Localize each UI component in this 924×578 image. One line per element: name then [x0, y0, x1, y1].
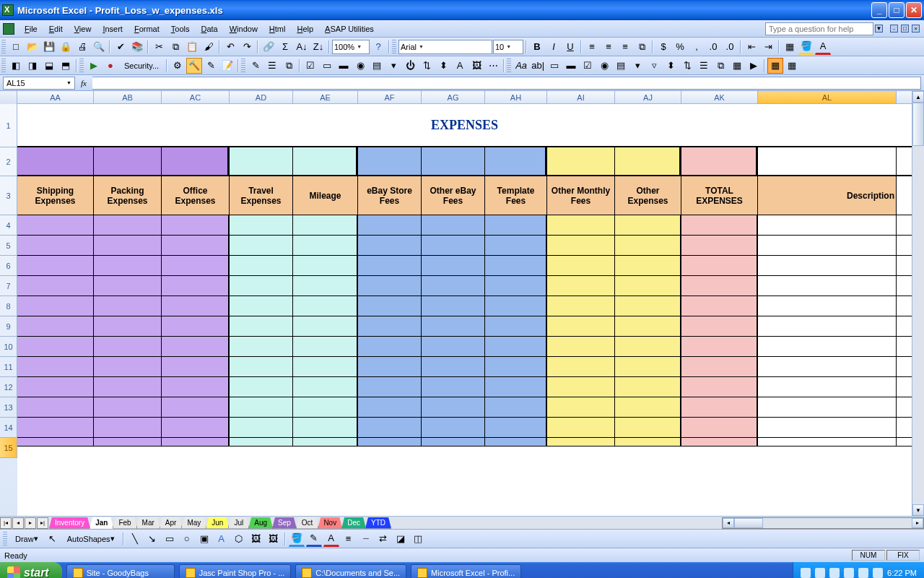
- scroll-right-icon[interactable]: ▸: [912, 518, 923, 528]
- cell[interactable]: [758, 397, 897, 417]
- name-box[interactable]: AL15▼: [3, 77, 75, 90]
- cell[interactable]: [94, 147, 162, 175]
- sheet-tab-nov[interactable]: Nov: [318, 517, 342, 529]
- option-button-icon[interactable]: ◉: [352, 58, 368, 74]
- line-color-icon[interactable]: ✎: [306, 531, 322, 547]
- cell[interactable]: [422, 147, 485, 175]
- alt3-icon[interactable]: ⬓: [41, 58, 57, 74]
- select-objects-icon[interactable]: ↖: [45, 531, 61, 547]
- cell[interactable]: [293, 337, 358, 356]
- form-check-icon[interactable]: ☑: [580, 58, 596, 74]
- menu-asap-utilities[interactable]: ASAP Utilities: [319, 22, 380, 35]
- cell[interactable]: [230, 418, 293, 437]
- picture-icon[interactable]: 🖼: [266, 531, 282, 547]
- tray-icon[interactable]: [858, 568, 868, 578]
- row-header[interactable]: 1: [0, 104, 17, 147]
- cell[interactable]: [230, 438, 293, 446]
- cell[interactable]: [422, 438, 485, 446]
- menu-format[interactable]: Format: [128, 22, 165, 35]
- control-toolbox-icon[interactable]: 🔨: [186, 58, 202, 74]
- cell[interactable]: [162, 276, 230, 296]
- cell[interactable]: [358, 276, 422, 296]
- highlight1-icon[interactable]: ▦: [767, 58, 783, 74]
- cell[interactable]: [17, 276, 94, 296]
- open-icon[interactable]: 📂: [25, 39, 40, 55]
- cell[interactable]: [422, 215, 485, 235]
- line-icon[interactable]: ╲: [127, 531, 143, 547]
- menu-file[interactable]: File: [19, 22, 43, 35]
- autosum-icon[interactable]: Σ: [277, 39, 293, 55]
- run-macro-icon[interactable]: ▶: [86, 58, 102, 74]
- sheet-tab-jan[interactable]: Jan: [90, 517, 113, 529]
- taskbar-button[interactable]: Site - GoodyBags: [66, 564, 175, 578]
- cell[interactable]: [485, 215, 547, 235]
- toolbar-grip[interactable]: [1, 40, 6, 54]
- tab-nav-next-icon[interactable]: ▸: [25, 517, 36, 529]
- row-header[interactable]: 12: [0, 377, 17, 397]
- sheet-tab-apr[interactable]: Apr: [160, 517, 183, 529]
- new-icon[interactable]: □: [8, 39, 24, 55]
- cell[interactable]: [547, 147, 615, 175]
- cell[interactable]: [162, 296, 230, 316]
- toolbar-grip[interactable]: [507, 59, 511, 73]
- record-macro-icon[interactable]: ●: [103, 58, 118, 74]
- tray-icon[interactable]: [815, 568, 825, 578]
- app-icon[interactable]: [3, 23, 14, 35]
- comma-icon[interactable]: ,: [689, 39, 705, 55]
- textbox-draw-icon[interactable]: ▣: [196, 531, 212, 547]
- font-size-dropdown[interactable]: 10▼: [493, 40, 523, 54]
- select-all-corner[interactable]: [0, 91, 17, 104]
- increase-indent-icon[interactable]: ⇥: [760, 39, 776, 55]
- decrease-decimal-icon[interactable]: .0: [722, 39, 738, 55]
- increase-decimal-icon[interactable]: .0: [705, 39, 721, 55]
- column-header-cell[interactable]: TOTAL EXPENSES: [681, 176, 758, 215]
- column-header-cell[interactable]: Template Fees: [485, 176, 547, 215]
- cell[interactable]: [681, 256, 758, 275]
- print-preview-icon[interactable]: 🔍: [91, 39, 107, 55]
- sheet-tab-dec[interactable]: Dec: [341, 517, 366, 529]
- alt2-icon[interactable]: ◨: [25, 58, 40, 74]
- cell[interactable]: [94, 236, 162, 255]
- tab-nav-last-icon[interactable]: ▸|: [37, 517, 48, 529]
- cell[interactable]: [358, 215, 422, 235]
- cell[interactable]: [485, 397, 547, 417]
- listbox-icon[interactable]: ▤: [369, 58, 385, 74]
- cell[interactable]: [293, 147, 358, 175]
- cut-icon[interactable]: ✂: [151, 39, 167, 55]
- cell[interactable]: [547, 215, 615, 235]
- cell[interactable]: [162, 316, 230, 336]
- arrow-style-icon[interactable]: ⇄: [375, 531, 391, 547]
- cell[interactable]: [422, 276, 485, 296]
- column-header[interactable]: AJ: [615, 91, 681, 103]
- cell[interactable]: [358, 438, 422, 446]
- cell[interactable]: [17, 215, 94, 235]
- cell[interactable]: [94, 215, 162, 235]
- cell[interactable]: [615, 276, 681, 296]
- cell[interactable]: [94, 377, 162, 397]
- format-painter-icon[interactable]: 🖌: [201, 39, 217, 55]
- checkbox-icon[interactable]: ☑: [302, 58, 318, 74]
- cell[interactable]: [358, 236, 422, 255]
- form-combo2-icon[interactable]: ▿: [646, 58, 662, 74]
- scroll-down-icon[interactable]: ▼: [912, 504, 924, 516]
- cell[interactable]: [17, 377, 94, 397]
- column-header-cell[interactable]: Packing Expenses: [94, 176, 162, 215]
- cell[interactable]: [758, 296, 897, 316]
- sheet-tab-feb[interactable]: Feb: [113, 517, 136, 529]
- cell[interactable]: [358, 316, 422, 336]
- column-header-cell[interactable]: eBay Store Fees: [358, 176, 422, 215]
- cell[interactable]: [422, 296, 485, 316]
- cell[interactable]: [422, 377, 485, 397]
- cell[interactable]: [681, 276, 758, 296]
- cell[interactable]: [485, 337, 547, 356]
- scroll-thumb[interactable]: [734, 518, 763, 528]
- cell[interactable]: [422, 316, 485, 336]
- cell[interactable]: [94, 296, 162, 316]
- form-combo-icon[interactable]: ▾: [629, 58, 645, 74]
- cell[interactable]: [162, 236, 230, 255]
- cell[interactable]: [615, 397, 681, 417]
- menu-html[interactable]: Html: [263, 22, 292, 35]
- sort-desc-icon[interactable]: Z↓: [310, 39, 326, 55]
- cell[interactable]: [615, 256, 681, 275]
- cell[interactable]: [94, 418, 162, 437]
